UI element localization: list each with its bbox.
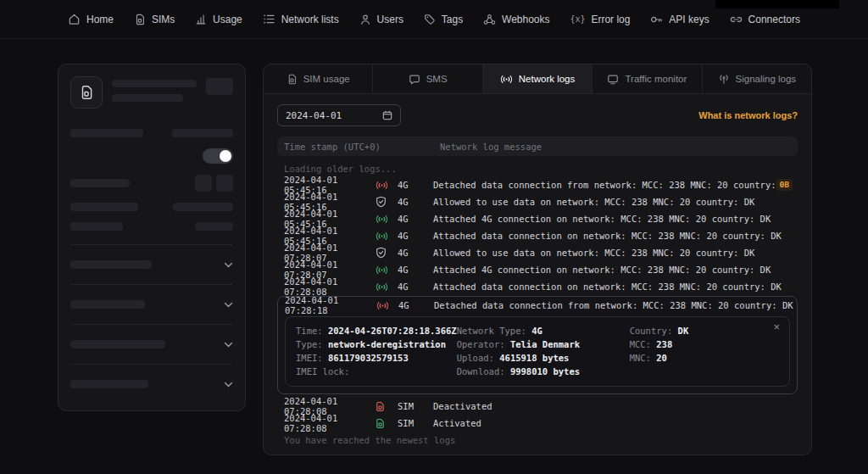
log-tech: 4G [398, 300, 434, 310]
main-layout: SIM usageSMSNetwork logsTraffic monitorS… [0, 39, 868, 455]
col-message: Network log message [440, 142, 542, 152]
accordion-section[interactable] [70, 324, 233, 364]
nav-item-webhooks[interactable]: Webhooks [483, 14, 549, 25]
log-row[interactable]: 2024-04-01 05:45:164GAllowed to use data… [277, 193, 798, 210]
detail-value: DK [678, 326, 689, 336]
nav-item-sims[interactable]: SIMs [134, 14, 175, 25]
accordion-section[interactable] [70, 284, 233, 324]
log-row[interactable]: 2024-04-01 07:28:074GAllowed to use data… [277, 244, 798, 261]
nav-label: API keys [669, 14, 709, 25]
end-indicator: You have reached the newest logs [277, 432, 798, 448]
log-tech: 4G [398, 197, 433, 207]
nav-item-tags[interactable]: Tags [424, 14, 463, 25]
detail-value: Telia Denmark [510, 339, 580, 349]
nav-label: Users [377, 14, 403, 25]
detail-label: Operator: [457, 339, 505, 349]
help-link[interactable]: What is network logs? [698, 110, 798, 120]
log-message: Allowed to use data on network: MCC: 238… [433, 197, 798, 207]
detail-column: Time: 2024-04-26T07:28:18.366ZType: netw… [296, 324, 457, 378]
log-row[interactable]: 2024-04-01 05:45:164GAttached 4G connect… [277, 210, 798, 227]
tab-label: Signaling logs [736, 74, 797, 84]
col-timestamp: Time stamp (UTC+0) [284, 142, 440, 152]
toggle-switch[interactable] [203, 148, 233, 164]
nav-item-network-lists[interactable]: Network lists [263, 14, 339, 25]
detail-field: MNC: 20 [630, 351, 810, 365]
detail-field: IMEI lock: [296, 365, 457, 378]
signal-green-icon [376, 215, 398, 224]
log-row[interactable]: 2024-04-01 05:45:164GDetached data conne… [277, 176, 798, 193]
nav-item-users[interactable]: Users [359, 14, 403, 25]
tab-label: Traffic monitor [625, 74, 687, 84]
sim-details-panel [58, 64, 246, 411]
home-icon [68, 13, 81, 25]
chevron-down-icon [224, 302, 233, 308]
nav-label: Webhooks [502, 14, 549, 25]
detail-value: 20 [656, 353, 667, 363]
detail-label: IMEI: [296, 353, 323, 363]
signal-green-icon [376, 282, 398, 292]
table-header: Time stamp (UTC+0) Network log message [277, 137, 798, 156]
log-row[interactable]: 2024-04-01 07:28:08SIMActivated [277, 415, 798, 432]
nav-item-usage[interactable]: Usage [195, 14, 242, 25]
nav-label: Error log [591, 14, 630, 25]
log-rows: 2024-04-01 05:45:164GDetached data conne… [277, 176, 798, 432]
log-row[interactable]: 2024-04-01 07:28:074GAttached 4G connect… [277, 261, 798, 278]
detail-value: network-deregistration [328, 339, 446, 349]
detail-field: IMEI: 861179032579153 [296, 351, 457, 365]
chevron-down-icon [224, 262, 233, 268]
tab-network-logs[interactable]: Network logs [483, 64, 593, 93]
log-timestamp: 2024-04-01 07:28:08 [284, 276, 376, 297]
usage-icon [195, 14, 207, 25]
signal-red-icon [376, 301, 398, 310]
detail-column: Network Type: 4GOperator: Telia DenmarkU… [457, 324, 630, 378]
sim-card-icon [287, 74, 298, 85]
log-row[interactable]: 2024-04-01 07:28:184GDetached data conne… [278, 297, 797, 314]
log-row[interactable]: 2024-04-01 07:28:084GAttached data conne… [277, 278, 798, 295]
log-message: Detached data connection from network: M… [434, 300, 797, 310]
tab-sms[interactable]: SMS [373, 64, 482, 93]
log-message: Detached data connection from network: M… [433, 180, 776, 190]
accordion-section[interactable] [70, 364, 233, 404]
nav-item-error-log[interactable]: {x}Error log [570, 14, 630, 25]
tab-sim-usage[interactable]: SIM usage [264, 64, 373, 93]
nav-item-home[interactable]: Home [68, 13, 114, 25]
nav-item-api-keys[interactable]: API keys [650, 14, 709, 25]
signal-green-icon [376, 265, 398, 275]
tab-label: Network logs [519, 74, 575, 84]
log-message: Attached data connection on network: MCC… [433, 231, 798, 241]
log-message: Attached 4G connection on network: MCC: … [433, 214, 798, 224]
log-tech: 4G [398, 180, 433, 190]
close-icon[interactable]: × [773, 321, 780, 333]
expanded-log-group: 2024-04-01 07:28:184GDetached data conne… [277, 296, 798, 394]
log-tech: 4G [398, 214, 433, 224]
log-row[interactable]: 2024-04-01 05:45:164GAttached data conne… [277, 227, 798, 244]
tab-signaling-logs[interactable]: Signaling logs [703, 64, 811, 93]
logs-toolbar: 2024-04-01 What is network logs? [277, 104, 798, 126]
nav-label: Connectors [748, 14, 800, 25]
detail-field: MCC: 238 [630, 337, 810, 351]
accordion-section[interactable] [70, 244, 233, 284]
detail-field: Upload: 4615918 bytes [457, 351, 630, 365]
detail-field: Download: 9998010 bytes [457, 365, 630, 378]
detail-label: Network Type: [457, 326, 526, 336]
detail-label: MCC: [630, 339, 651, 349]
users-icon [359, 14, 371, 25]
detail-value: 861179032579153 [328, 353, 409, 363]
sim-badge-skeleton [206, 78, 233, 95]
log-row[interactable]: 2024-04-01 07:28:08SIMDeactivated [277, 398, 798, 415]
log-message: Attached 4G connection on network: MCC: … [433, 265, 798, 275]
tab-traffic-monitor[interactable]: Traffic monitor [593, 64, 702, 93]
nav-item-connectors[interactable]: Connectors [730, 14, 800, 25]
logs-panel: SIM usageSMSNetwork logsTraffic monitorS… [263, 64, 812, 455]
error-log-icon: {x} [570, 14, 585, 24]
zero-byte-badge: 0B [776, 179, 793, 191]
detail-value: 9998010 bytes [510, 366, 580, 376]
sim-field-row [70, 203, 233, 211]
log-tech: SIM [398, 418, 433, 428]
nav-label: Usage [213, 14, 242, 25]
log-tech: 4G [398, 265, 433, 275]
date-value: 2024-04-01 [286, 110, 342, 121]
sim-title-skeleton [112, 76, 197, 102]
detail-label: MNC: [630, 353, 651, 363]
date-picker[interactable]: 2024-04-01 [277, 104, 401, 126]
